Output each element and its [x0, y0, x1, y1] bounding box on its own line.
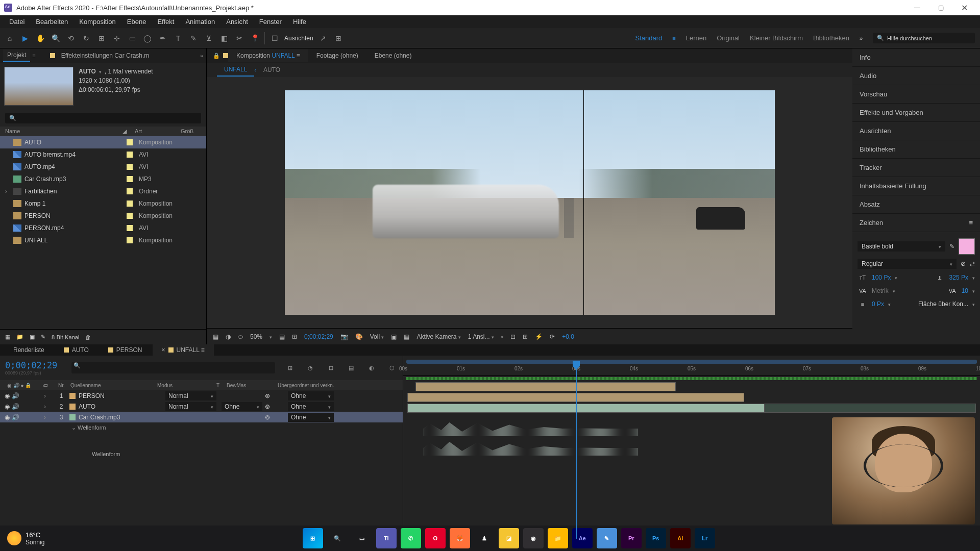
project-search[interactable]: 🔍 — [5, 113, 201, 123]
col-name[interactable]: Name — [5, 128, 122, 135]
panel-effekte[interactable]: Effekte und Vorgaben — [852, 104, 980, 122]
clip-person[interactable] — [415, 382, 676, 391]
panel-ausrichten[interactable]: Ausrichten — [852, 122, 980, 140]
project-item[interactable]: AUTO bremst.mp4AVI — [0, 148, 206, 161]
grid-icon[interactable]: ▤ — [279, 333, 285, 340]
explorer-icon[interactable]: 📁 — [548, 528, 568, 548]
teams-icon[interactable]: Ti — [376, 528, 397, 548]
tab-effekteinstellungen[interactable]: Effekteinstellungen Car Crash.m — [57, 50, 154, 61]
roi-icon[interactable]: ▣ — [391, 333, 397, 340]
help-search[interactable]: 🔍 Hilfe durchsuchen — [873, 33, 975, 43]
asset-thumbnail[interactable] — [4, 67, 74, 106]
workspace-original[interactable]: Original — [717, 34, 740, 42]
premiere-icon[interactable]: Pr — [621, 528, 642, 548]
flow-unfall[interactable]: UNFALL — [217, 63, 254, 77]
panel-tracker[interactable]: Tracker — [852, 159, 980, 177]
fontsize-value[interactable]: 100 Px — [872, 274, 891, 281]
tab-footage[interactable]: Footage (ohne) — [308, 49, 366, 62]
snap-opt-icon[interactable]: ↗ — [317, 33, 329, 44]
tab-komposition[interactable]: Komposition UNFALL ≡ — [228, 49, 308, 62]
timeline-search[interactable]: 🔍 — [71, 362, 275, 373]
view1-icon[interactable]: ▫ — [501, 333, 503, 340]
color-icon[interactable]: 🎨 — [355, 333, 363, 340]
eyedropper-icon[interactable]: ✎ — [949, 243, 954, 250]
anchor-tool-icon[interactable]: ⊹ — [111, 33, 122, 44]
tl-frameblend-icon[interactable]: ▤ — [346, 362, 357, 373]
swap-icon[interactable]: ⇄ — [970, 260, 975, 267]
workspace-lernen[interactable]: Lernen — [686, 34, 706, 42]
close-button[interactable]: ✕ — [952, 0, 976, 15]
pen-tool-icon[interactable]: ✒ — [157, 33, 168, 44]
layer-row[interactable]: ◉🔊›1PERSONNormal⊚Ohne — [0, 390, 403, 401]
snapshot-icon[interactable]: 📷 — [340, 333, 348, 340]
fillmode-select[interactable]: Fläche über Kon... — [918, 300, 968, 308]
project-item[interactable]: PERSONKomposition — [0, 210, 206, 222]
stroke-value[interactable]: 0 Px — [872, 300, 884, 308]
tl-mb-icon[interactable]: ◐ — [366, 362, 377, 373]
panel-bibliotheken[interactable]: Bibliotheken — [852, 140, 980, 159]
tab-overflow-icon[interactable]: » — [200, 53, 203, 59]
new-comp-icon[interactable]: ▣ — [30, 334, 35, 340]
roto-tool-icon[interactable]: ✂ — [234, 33, 245, 44]
layer-row[interactable]: ◉🔊›3Car Crash.mp3⊚Ohne — [0, 412, 403, 422]
panel-inhaltsbasiert[interactable]: Inhaltsbasierte Füllung — [852, 177, 980, 195]
panel-zeichen[interactable]: Zeichen≡ — [852, 214, 980, 232]
camera-tool-icon[interactable]: ⊞ — [96, 33, 107, 44]
menu-fenster[interactable]: Fenster — [254, 16, 287, 27]
eraser-tool-icon[interactable]: ◧ — [218, 33, 230, 44]
panel-vorschau[interactable]: Vorschau — [852, 85, 980, 104]
clip-auto[interactable] — [407, 393, 744, 402]
menu-ebene[interactable]: Ebene — [122, 16, 152, 27]
stamp-tool-icon[interactable]: ⊻ — [203, 33, 214, 44]
timecode-display[interactable]: 0;00;02;29 — [304, 333, 333, 340]
workspace-bibliotheken[interactable]: Bibliotheken — [813, 34, 849, 42]
orbit-tool-icon[interactable]: ⟲ — [65, 33, 77, 44]
camera-select[interactable]: Aktive Kamera — [416, 333, 460, 340]
menu-datei[interactable]: Datei — [4, 16, 30, 27]
nofill-icon[interactable]: ⊘ — [961, 260, 966, 267]
workspace-menu-icon[interactable]: ≡ — [672, 35, 675, 41]
timeline-tab[interactable]: × UNFALL ≡ — [153, 344, 214, 356]
guides-icon[interactable]: ⊞ — [292, 333, 297, 340]
search-taskbar-icon[interactable]: 🔍 — [327, 528, 348, 548]
type-tool-icon[interactable]: T — [173, 33, 184, 44]
time-ruler[interactable]: 00s01s02s03s04s05s06s07s08s09s10s — [403, 356, 980, 376]
workspace-overflow-icon[interactable]: » — [860, 35, 863, 41]
figure-icon[interactable]: ♟ — [474, 528, 495, 548]
clip-carcrash-tail[interactable] — [765, 404, 976, 413]
project-item[interactable]: PERSON.mp4AVI — [0, 222, 206, 234]
lightroom-icon[interactable]: Lr — [695, 528, 715, 548]
tl-graph-icon[interactable]: ⬡ — [386, 362, 398, 373]
selection-tool-icon[interactable]: ▶ — [19, 33, 31, 44]
snap-checkbox[interactable]: ☐ — [269, 33, 280, 44]
snap-grid-icon[interactable]: ⊞ — [333, 33, 344, 44]
ellipse-tool-icon[interactable]: ◯ — [142, 33, 153, 44]
project-item[interactable]: UNFALLKomposition — [0, 234, 206, 246]
rect-tool-icon[interactable]: ▭ — [127, 33, 138, 44]
menu-ansicht[interactable]: Ansicht — [221, 16, 253, 27]
whatsapp-icon[interactable]: ✆ — [401, 528, 421, 548]
new-folder-icon[interactable]: 📁 — [16, 334, 23, 340]
project-item[interactable]: ›FarbflächenOrdner — [0, 185, 206, 197]
timeline-tab[interactable]: Renderliste — [4, 344, 54, 356]
hand-tool-icon[interactable]: ✋ — [35, 33, 46, 44]
project-item[interactable]: AUTO.mp4AVI — [0, 161, 206, 173]
tl-shy-icon[interactable]: ◔ — [305, 362, 316, 373]
tracking-value[interactable]: 10 — [962, 287, 968, 294]
firefox-icon[interactable]: 🦊 — [450, 528, 470, 548]
zoom-value[interactable]: 50% — [250, 333, 262, 340]
obs-icon[interactable]: ◉ — [523, 528, 544, 548]
views-select[interactable]: 1 Ansi... — [468, 333, 494, 340]
exposure-value[interactable]: +0,0 — [562, 333, 574, 340]
timeline-tab[interactable]: AUTO — [55, 344, 98, 356]
photoshop-icon[interactable]: Ps — [646, 528, 666, 548]
refresh-icon[interactable]: ⟳ — [550, 333, 555, 340]
interpret-icon[interactable]: ▦ — [5, 334, 10, 340]
panel-info[interactable]: Info — [852, 48, 980, 67]
panel-audio[interactable]: Audio — [852, 67, 980, 85]
resolution-select[interactable]: Voll — [370, 333, 384, 340]
opera-icon[interactable]: O — [425, 528, 446, 548]
app3-icon[interactable]: ✎ — [597, 528, 617, 548]
draft-icon[interactable]: ⚡ — [535, 333, 543, 340]
workspace-standard[interactable]: Standard — [635, 34, 663, 42]
